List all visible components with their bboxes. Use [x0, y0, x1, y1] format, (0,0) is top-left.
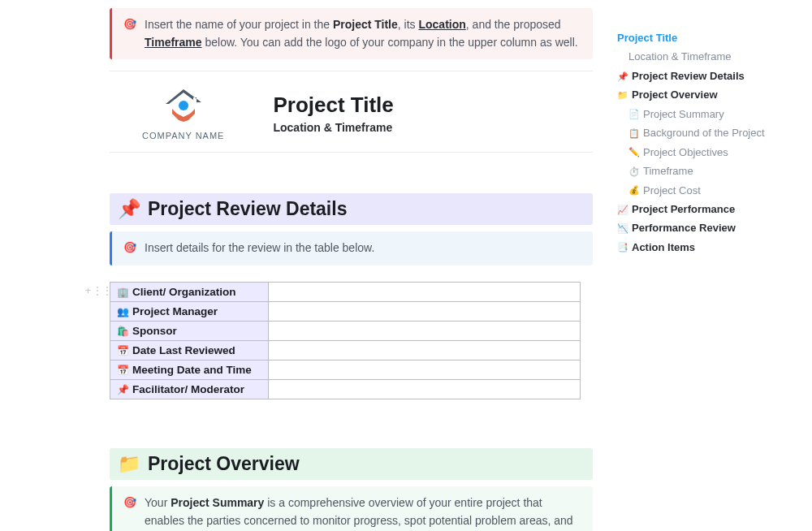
client-organization-icon: 🏢 — [117, 287, 129, 298]
outline-item[interactable]: 📈Project Performance — [617, 200, 796, 218]
outline-item-label: Project Overview — [632, 86, 718, 103]
date-last-reviewed-icon: 📅 — [117, 345, 129, 356]
table-label-cell[interactable]: 📌Facilitator/ Moderator — [110, 380, 269, 399]
folder-icon: 📁 — [118, 453, 141, 475]
table-row[interactable]: 📅Date Last Reviewed — [110, 341, 581, 360]
callout-review-text: Insert details for the review in the tab… — [145, 240, 374, 257]
page-subtitle[interactable]: Location & Timeframe — [273, 121, 393, 134]
outline-item-label: Location & Timeframe — [628, 48, 731, 65]
outline-item-label: Action Items — [632, 239, 695, 256]
outline-item-label: Project Cost — [643, 182, 701, 199]
table-value-cell[interactable] — [269, 322, 581, 341]
table-row[interactable]: 📌Facilitator/ Moderator — [110, 380, 581, 399]
callout-review-hint: 🎯 Insert details for the review in the t… — [110, 231, 593, 266]
table-label-cell[interactable]: 👥Project Manager — [110, 302, 269, 322]
outline-item-icon: 📉 — [617, 221, 628, 235]
table-label-cell[interactable]: 🏢Client/ Organization — [110, 283, 269, 302]
outline-item[interactable]: 📁Project Overview — [617, 85, 796, 104]
outline-item-icon: ⏱️ — [628, 164, 640, 179]
callout-overview-text: Your Project Summary is a comprehensive … — [145, 494, 583, 531]
table-value-cell[interactable] — [269, 341, 581, 360]
outline-item-label: Project Objectives — [643, 144, 728, 161]
page-title[interactable]: Project Title — [273, 93, 393, 118]
outline-item-label: Background of the Project — [643, 124, 765, 141]
table-row[interactable]: 🏢Client/ Organization — [110, 283, 581, 302]
target-icon: 🎯 — [123, 494, 136, 531]
outline-item[interactable]: 📑Action Items — [617, 238, 796, 257]
target-icon: 🎯 — [123, 240, 136, 257]
details-table-wrap: + ⋮⋮ 🏢Client/ Organization👥Project Manag… — [110, 282, 593, 399]
company-name: COMPANY NAME — [142, 131, 224, 140]
callout-intro-text: Insert the name of your project in the P… — [145, 16, 583, 51]
meeting-date-and-time-icon: 📅 — [117, 365, 129, 376]
project-manager-icon: 👥 — [117, 306, 129, 317]
details-table[interactable]: 🏢Client/ Organization👥Project Manager🛍️S… — [110, 282, 581, 399]
outline-item[interactable]: 💰Project Cost — [617, 181, 796, 200]
outline-item-label: Performance Review — [632, 219, 736, 236]
sponsor-icon: 🛍️ — [117, 326, 129, 337]
outline-item-icon: 💰 — [628, 183, 640, 197]
outline-item-icon: 📄 — [628, 106, 640, 121]
outline-item[interactable]: ✏️Project Objectives — [617, 143, 796, 162]
outline-item-icon: ✏️ — [628, 145, 640, 159]
heading-review-text: Project Review Details — [148, 198, 347, 220]
table-label-cell[interactable]: 🛍️Sponsor — [110, 322, 269, 341]
svg-point-0 — [179, 101, 188, 110]
table-row[interactable]: 👥Project Manager — [110, 302, 581, 322]
company-logo-block: COMPANY NAME — [142, 86, 224, 140]
callout-overview: 🎯 Your Project Summary is a comprehensiv… — [110, 486, 593, 531]
outline-item-label: Timeframe — [643, 162, 693, 179]
table-value-cell[interactable] — [269, 380, 581, 399]
table-value-cell[interactable] — [269, 360, 581, 380]
outline-item-label: Project Review Details — [632, 67, 745, 84]
document-outline[interactable]: Project TitleLocation & Timeframe📌Projec… — [617, 28, 796, 257]
outline-item[interactable]: Location & Timeframe — [617, 47, 796, 66]
pin-icon: 📌 — [118, 198, 141, 220]
outline-item-icon: 📌 — [617, 69, 628, 84]
table-label-cell[interactable]: 📅Meeting Date and Time — [110, 360, 269, 380]
callout-intro: 🎯 Insert the name of your project in the… — [110, 8, 593, 59]
outline-item[interactable]: 📋Background of the Project — [617, 123, 796, 142]
table-row[interactable]: 🛍️Sponsor — [110, 322, 581, 341]
outline-item[interactable]: Project Title — [617, 28, 796, 47]
table-value-cell[interactable] — [269, 283, 581, 302]
divider — [110, 152, 593, 153]
house-logo-icon — [158, 86, 209, 125]
document-main: 🎯 Insert the name of your project in the… — [110, 0, 593, 531]
outline-item[interactable]: ⏱️Timeframe — [617, 162, 796, 180]
divider — [110, 71, 593, 71]
outline-item-icon: 📑 — [617, 240, 628, 254]
row-controls[interactable]: + ⋮⋮ — [85, 285, 112, 296]
heading-overview-text: Project Overview — [148, 453, 300, 475]
target-icon: 🎯 — [123, 16, 136, 51]
outline-item-label: Project Summary — [643, 106, 724, 123]
heading-overview[interactable]: 📁 Project Overview — [110, 448, 593, 480]
facilitator-moderator-icon: 📌 — [117, 384, 129, 395]
outline-item-icon: 📁 — [617, 88, 628, 102]
table-label-cell[interactable]: 📅Date Last Reviewed — [110, 341, 269, 360]
outline-item-label: Project Title — [617, 29, 677, 46]
add-row-icon[interactable]: + — [85, 285, 91, 296]
table-value-cell[interactable] — [269, 302, 581, 322]
outline-item-icon: 📋 — [628, 126, 640, 140]
heading-review[interactable]: 📌 Project Review Details — [110, 193, 593, 225]
outline-item[interactable]: 📄Project Summary — [617, 105, 796, 123]
title-header: COMPANY NAME Project Title Location & Ti… — [110, 86, 593, 144]
table-row[interactable]: 📅Meeting Date and Time — [110, 360, 581, 380]
outline-item-label: Project Performance — [632, 201, 735, 218]
outline-item-icon: 📈 — [617, 202, 628, 217]
outline-item[interactable]: 📌Project Review Details — [617, 67, 796, 85]
outline-item[interactable]: 📉Performance Review — [617, 218, 796, 237]
drag-handle-icon[interactable]: ⋮⋮ — [93, 285, 112, 296]
